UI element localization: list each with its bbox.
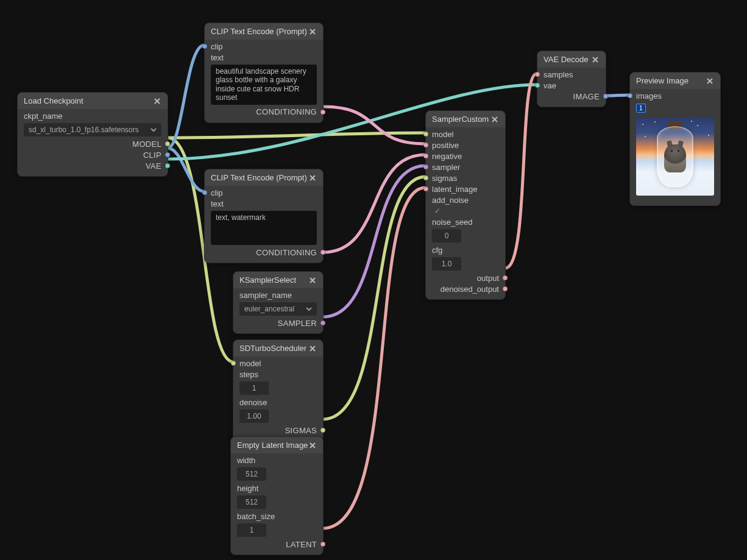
preview-image[interactable] — [636, 118, 714, 196]
input-images: images — [636, 91, 662, 101]
node-title-text: Load Checkpoint — [24, 96, 83, 105]
prompt-textarea[interactable]: beautiful landscape scenery glass bottle… — [211, 65, 317, 105]
node-title-text: CLIP Text Encode (Prompt) — [211, 173, 307, 182]
close-icon[interactable] — [308, 441, 317, 450]
sampler-name-select[interactable]: euler_ancestral — [239, 302, 317, 316]
height-value: 512 — [246, 498, 258, 506]
close-icon[interactable] — [308, 27, 317, 36]
node-title-text: CLIP Text Encode (Prompt) — [211, 27, 307, 36]
close-icon[interactable] — [308, 344, 317, 353]
close-icon[interactable] — [490, 115, 499, 124]
node-clip-positive[interactable]: CLIP Text Encode (Prompt) clip text beau… — [204, 23, 324, 123]
ckpt-name-value: sd_xl_turbo_1.0_fp16.safetensors — [29, 126, 139, 134]
input-height: height — [237, 484, 258, 493]
node-clip-negative[interactable]: CLIP Text Encode (Prompt) clip text text… — [204, 169, 324, 263]
add-noise-checkbox[interactable]: ✓ — [432, 207, 441, 215]
node-title-text: Empty Latent Image — [237, 441, 308, 450]
input-clip: clip — [211, 42, 223, 51]
node-title[interactable]: Preview Image — [630, 73, 720, 89]
width-input[interactable]: 512 — [237, 467, 266, 481]
sampler-name-value: euler_ancestral — [244, 305, 294, 313]
output-output: output — [477, 274, 499, 283]
node-vae-decode[interactable]: VAE Decode samples vae IMAGE — [537, 51, 606, 107]
node-title-text: SDTurboScheduler — [239, 344, 306, 353]
node-title[interactable]: Empty Latent Image — [231, 437, 323, 453]
node-title[interactable]: CLIP Text Encode (Prompt) — [205, 169, 323, 186]
input-batch-size: batch_size — [237, 512, 275, 521]
input-positive: positive — [432, 141, 459, 150]
height-input[interactable]: 512 — [237, 495, 266, 509]
input-cfg: cfg — [432, 246, 442, 255]
close-icon[interactable] — [308, 174, 317, 182]
input-samples: samples — [543, 70, 573, 79]
close-icon[interactable] — [153, 97, 161, 105]
chevron-down-icon — [150, 127, 157, 133]
input-steps: steps — [239, 370, 258, 379]
node-title-text: SamplerCustom — [432, 115, 489, 124]
input-sampler: sampler — [432, 163, 460, 172]
output-latent: LATENT — [286, 540, 317, 549]
node-title[interactable]: KSamplerSelect — [233, 272, 323, 288]
input-width: width — [237, 456, 255, 465]
node-title-text: KSamplerSelect — [239, 275, 296, 285]
node-sampler-custom[interactable]: SamplerCustom model positive negative sa… — [425, 110, 506, 300]
node-preview-image[interactable]: Preview Image images 1 — [629, 72, 721, 206]
image-count-badge: 1 — [636, 104, 646, 113]
node-title[interactable]: Load Checkpoint — [18, 93, 168, 109]
node-title[interactable]: SDTurboScheduler — [233, 340, 323, 356]
cfg-value: 1.0 — [442, 260, 452, 268]
input-text: text — [211, 53, 224, 62]
input-sampler-name: sampler_name — [239, 291, 292, 300]
output-image: IMAGE — [573, 92, 600, 101]
denoise-input[interactable]: 1.00 — [239, 409, 269, 423]
output-sigmas: SIGMAS — [285, 426, 317, 435]
output-conditioning: CONDITIONING — [256, 248, 317, 257]
chevron-down-icon — [306, 306, 312, 312]
output-denoised: denoised_output — [441, 285, 499, 294]
input-denoise: denoise — [239, 398, 267, 407]
denoise-value: 1.00 — [247, 412, 261, 420]
steps-input[interactable]: 1 — [239, 381, 269, 395]
input-sigmas: sigmas — [432, 174, 457, 183]
node-empty-latent[interactable]: Empty Latent Image width 512 height 512 … — [230, 436, 324, 555]
cfg-input[interactable]: 1.0 — [432, 257, 461, 271]
node-ksampler-select[interactable]: KSamplerSelect sampler_name euler_ancest… — [233, 271, 324, 334]
prompt-textarea[interactable]: text, watermark — [211, 211, 317, 245]
input-negative: negative — [432, 152, 462, 161]
input-clip: clip — [211, 188, 223, 197]
output-conditioning: CONDITIONING — [256, 107, 317, 116]
input-latent-image: latent_image — [432, 185, 477, 194]
output-sampler: SAMPLER — [278, 319, 317, 328]
noise-seed-input[interactable]: 0 — [432, 229, 461, 243]
steps-value: 1 — [252, 384, 257, 392]
ckpt-name-select[interactable]: sd_xl_turbo_1.0_fp16.safetensors — [24, 123, 161, 136]
prompt-text: text, watermark — [216, 213, 266, 222]
node-graph-canvas[interactable]: Load Checkpoint ckpt_name sd_xl_turbo_1.… — [0, 0, 747, 560]
node-title-text: Preview Image — [636, 76, 689, 85]
node-title[interactable]: CLIP Text Encode (Prompt) — [205, 23, 323, 40]
width-value: 512 — [246, 470, 258, 478]
node-title[interactable]: SamplerCustom — [426, 111, 505, 127]
close-icon[interactable] — [706, 77, 714, 85]
prompt-text: beautiful landscape scenery glass bottle… — [216, 67, 312, 102]
batch-size-value: 1 — [250, 526, 254, 534]
close-icon[interactable] — [591, 55, 600, 64]
output-model: MODEL — [132, 140, 161, 149]
close-icon[interactable] — [308, 276, 317, 285]
node-sdturbo-scheduler[interactable]: SDTurboScheduler model steps 1 denoise 1… — [233, 339, 324, 441]
input-add-noise: add_noise — [432, 196, 469, 205]
cat-decoration — [664, 144, 686, 172]
input-ckpt-name: ckpt_name — [24, 112, 63, 121]
output-vae: VAE — [146, 161, 161, 171]
input-noise-seed: noise_seed — [432, 218, 473, 227]
noise-seed-value: 0 — [445, 232, 449, 240]
node-title-text: VAE Decode — [543, 55, 588, 64]
batch-size-input[interactable]: 1 — [237, 523, 266, 537]
node-load-checkpoint[interactable]: Load Checkpoint ckpt_name sd_xl_turbo_1.… — [17, 92, 168, 177]
input-model: model — [432, 130, 453, 139]
node-title[interactable]: VAE Decode — [537, 51, 606, 68]
output-clip: CLIP — [143, 151, 161, 160]
input-model: model — [239, 359, 261, 368]
input-text: text — [211, 199, 224, 208]
input-vae: vae — [543, 81, 556, 90]
